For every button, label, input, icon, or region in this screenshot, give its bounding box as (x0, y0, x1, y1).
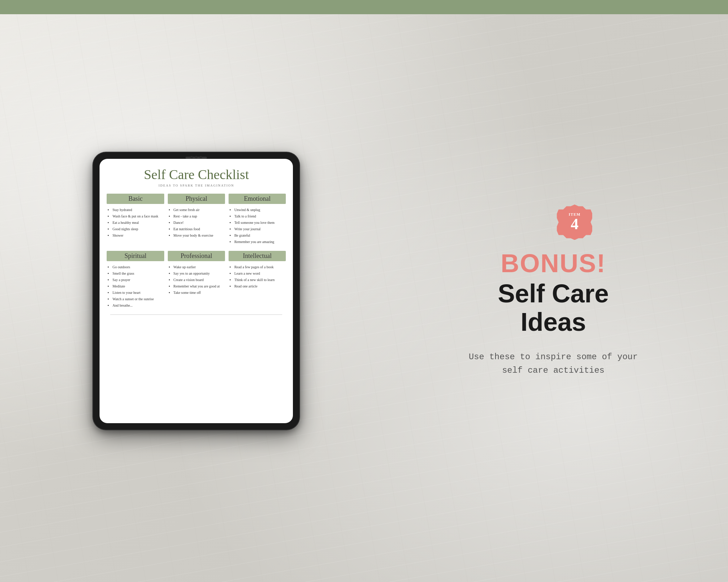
list-item: Remember you are amazing (234, 239, 286, 245)
divider (110, 314, 282, 315)
section-col-4: ProfessionalWake up earlierSay yes to an… (168, 251, 225, 309)
self-care-ideas-title: Self Care Ideas (498, 280, 609, 336)
list-item: Listen to your heart (112, 290, 164, 296)
section-header-2: Emotional (229, 194, 286, 204)
inspire-subtitle: Use these to inspire some of your self c… (468, 350, 638, 378)
list-item: Rest - take a nap (173, 213, 225, 219)
list-item: Read a few pages of a book (234, 264, 286, 270)
section-list-5: Read a few pages of a bookLearn a new wo… (229, 264, 286, 290)
badge-number: 4 (571, 216, 578, 232)
badge-shape: ITEM 4 (557, 204, 592, 240)
item-badge: ITEM 4 (557, 204, 592, 240)
list-item: Say yes to an opportunity (173, 270, 225, 276)
list-item: Take some time off (173, 290, 225, 296)
section-col-3: SpiritualGo outdoorsSmell the grassSay a… (107, 251, 164, 309)
checklist-title: Self Care Checklist (107, 167, 286, 182)
tablet-screen: Self Care Checklist IDEAS TO SPARK THE I… (100, 159, 293, 423)
top-bar (0, 0, 728, 14)
list-item: Wash face & put on a face mask (112, 213, 164, 219)
list-item: Think of a new skill to learn (234, 277, 286, 283)
list-item: Write your journal (234, 226, 286, 232)
list-item: Stay hydrated (112, 207, 164, 213)
tablet-frame: Self Care Checklist IDEAS TO SPARK THE I… (93, 152, 299, 430)
section-col-1: PhysicalGet some fresh airRest - take a … (168, 194, 225, 245)
list-item: Learn a new word (234, 270, 286, 276)
list-item: Say a prayer (112, 277, 164, 283)
section-col-0: BasicStay hydratedWash face & put on a f… (107, 194, 164, 245)
list-item: And breathe... (112, 302, 164, 308)
list-item: Watch a sunset or the sunrise (112, 296, 164, 302)
list-item: Be grateful (234, 232, 286, 238)
list-item: Good nights sleep (112, 226, 164, 232)
section-header-1: Physical (168, 194, 225, 204)
list-item: Go outdoors (112, 264, 164, 270)
section-header-4: Professional (168, 251, 225, 261)
list-item: Shower (112, 232, 164, 238)
list-item: Read one article (234, 283, 286, 289)
camera-dot-3 (200, 156, 202, 158)
checklist-subtitle: IDEAS TO SPARK THE IMAGINATION (107, 184, 286, 187)
section-col-5: IntellectualRead a few pages of a bookLe… (229, 251, 286, 309)
title-line1: Self Care (498, 279, 609, 308)
list-item: Talk to a friend (234, 213, 286, 219)
list-item: Get some fresh air (173, 207, 225, 213)
section-header-0: Basic (107, 194, 164, 204)
section-header-3: Spiritual (107, 251, 164, 261)
section-list-2: Unwind & unplugTalk to a friendTell some… (229, 207, 286, 245)
section-list-0: Stay hydratedWash face & put on a face m… (107, 207, 164, 239)
sections-grid: BasicStay hydratedWash face & put on a f… (107, 194, 286, 309)
list-item: Wake up earlier (173, 264, 225, 270)
section-list-4: Wake up earlierSay yes to an opportunity… (168, 264, 225, 296)
list-item: Eat a healthy meal (112, 220, 164, 226)
list-item: Dance! (173, 220, 225, 226)
list-item: Remember what you are good at (173, 283, 225, 289)
title-line2: Ideas (520, 308, 586, 336)
bonus-label: BONUS! (500, 250, 606, 276)
section-list-1: Get some fresh airRest - take a napDance… (168, 207, 225, 239)
list-item: Tell someone you love them (234, 220, 286, 226)
list-item: Smell the grass (112, 270, 164, 276)
list-item: Meditate (112, 283, 164, 289)
list-item: Move your body & exercise (173, 232, 225, 238)
tablet-cameras (191, 156, 202, 158)
camera-dot-2 (195, 156, 198, 158)
right-section: ITEM 4 BONUS! Self Care Ideas Use these … (379, 190, 728, 392)
list-item: Create a vision board (173, 277, 225, 283)
section-list-3: Go outdoorsSmell the grassSay a prayerMe… (107, 264, 164, 309)
section-header-5: Intellectual (229, 251, 286, 261)
list-item: Eat nutritious food (173, 226, 225, 232)
list-item: Unwind & unplug (234, 207, 286, 213)
section-col-2: EmotionalUnwind & unplugTalk to a friend… (229, 194, 286, 245)
camera-dot-1 (191, 156, 193, 158)
left-section: Self Care Checklist IDEAS TO SPARK THE I… (0, 131, 379, 451)
